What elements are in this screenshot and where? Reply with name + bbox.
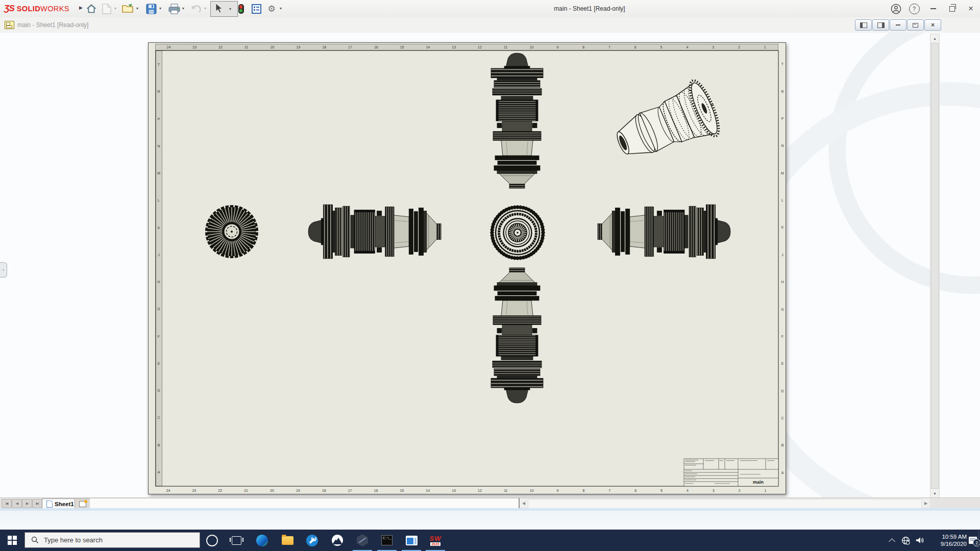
close-button[interactable]: ×: [962, 0, 980, 17]
previous-sheet-button[interactable]: ◀: [12, 499, 22, 508]
notification-center-button[interactable]: 2: [966, 530, 979, 551]
add-sheet-icon: [79, 501, 86, 507]
network-button[interactable]: [898, 530, 913, 551]
drawing-view-bottom[interactable]: [491, 268, 543, 403]
settings-dropdown-icon[interactable]: ▾: [278, 6, 283, 11]
notification-icon: 2: [969, 537, 977, 544]
edge-button[interactable]: [251, 530, 273, 551]
hexagon-app-icon: [357, 534, 368, 546]
new-document-dropdown-icon[interactable]: ▾: [113, 6, 118, 11]
tab-sheet1[interactable]: Sheet1: [42, 498, 79, 509]
chevron-up-icon: [889, 538, 895, 545]
pane-left-icon: [860, 22, 867, 28]
network-globe-icon: [901, 536, 910, 545]
save-button[interactable]: [144, 2, 158, 15]
settings-button[interactable]: ⚙: [265, 2, 278, 15]
first-sheet-button[interactable]: |◀: [2, 499, 12, 508]
doc-close-button[interactable]: ×: [924, 19, 941, 31]
settings-tool-button[interactable]: [301, 530, 323, 551]
scroll-up-icon[interactable]: ▲: [930, 34, 939, 42]
vertical-scrollbar[interactable]: ▲ ▼: [930, 34, 940, 497]
app-titlebar: ƷS SOLIDWORKS ▶ ▾ ▾ ▾ ▾ ▾ ▾ ⚙ ▾ main - S…: [0, 0, 980, 18]
doc-restore-button[interactable]: [907, 19, 924, 31]
vertical-scrollbar-thumb[interactable]: [931, 43, 939, 489]
select-dropdown-icon[interactable]: ▾: [228, 7, 233, 11]
select-tool-button[interactable]: [212, 2, 226, 15]
task-view-icon: [232, 536, 241, 545]
app-window-button[interactable]: [400, 530, 423, 551]
solidworks-taskbar-button[interactable]: SW2020: [424, 530, 447, 551]
restore-icon: [949, 6, 955, 12]
print-dropdown-icon[interactable]: ▾: [181, 6, 186, 11]
interference-check-button[interactable]: [234, 2, 248, 15]
file-explorer-button[interactable]: [276, 530, 299, 551]
minimize-button[interactable]: [924, 0, 942, 17]
flyout-arrow-icon: ›: [3, 267, 4, 272]
account-button[interactable]: [887, 0, 905, 17]
add-sheet-button[interactable]: [75, 498, 90, 509]
horizontal-scrollbar[interactable]: [528, 499, 922, 509]
scroll-left-icon[interactable]: ◀: [520, 499, 528, 508]
doc-pane-left-button[interactable]: [855, 19, 872, 31]
windows-taskbar: Type here to search C:\_ SW2020 10:59 AM…: [0, 530, 980, 551]
gear-icon: ⚙: [267, 4, 275, 14]
home-button[interactable]: [85, 2, 98, 15]
open-dropdown-icon[interactable]: ▾: [135, 6, 140, 11]
command-prompt-button[interactable]: C:\_: [376, 530, 398, 551]
document-title: main - Sheet1 [Read-only]: [17, 17, 88, 33]
clock-date: 9/16/2020: [941, 540, 967, 547]
print-button[interactable]: [167, 2, 181, 15]
open-button[interactable]: [121, 2, 135, 15]
cursor-arrow-icon: [215, 3, 224, 13]
next-sheet-button[interactable]: ▶: [22, 499, 32, 508]
drawing-view-front-rings[interactable]: [490, 205, 545, 260]
cortana-icon: [206, 535, 218, 546]
doc-minimize-icon: [896, 24, 900, 26]
task-view-button[interactable]: [225, 530, 248, 551]
doc-pane-right-button[interactable]: [872, 19, 889, 31]
properties-form-button[interactable]: [250, 2, 263, 15]
app-hexagon-button[interactable]: [351, 530, 374, 551]
form-list-icon: [252, 4, 261, 14]
help-button[interactable]: ?: [905, 0, 923, 17]
volume-button[interactable]: [913, 530, 927, 551]
drawing-view-isometric[interactable]: [608, 77, 724, 172]
taskbar-clock[interactable]: 10:59 AM 9/16/2020: [926, 530, 967, 551]
save-dropdown-icon[interactable]: ▾: [158, 6, 163, 11]
drawing-view-right-side[interactable]: [598, 205, 730, 259]
cortana-button[interactable]: [201, 530, 223, 551]
feature-panel-flyout-tab[interactable]: ›: [0, 262, 7, 278]
scroll-right-icon[interactable]: ▶: [922, 499, 930, 508]
file-explorer-icon: [282, 536, 293, 545]
photos-button[interactable]: [326, 530, 349, 551]
scroll-down-icon[interactable]: ▼: [930, 489, 939, 497]
doc-minimize-button[interactable]: [890, 19, 906, 31]
drawing-view-top[interactable]: [491, 53, 543, 188]
search-placeholder: Type here to search: [44, 536, 103, 544]
help-icon: ?: [909, 4, 920, 14]
wrench-icon: [306, 535, 318, 546]
window-title: main - Sheet1 [Read-only]: [531, 0, 648, 17]
last-sheet-button[interactable]: ▶|: [32, 499, 42, 508]
windows-logo-icon: [8, 536, 17, 545]
solidworks-2020-icon: SW2020: [430, 535, 442, 546]
edge-icon: [256, 535, 268, 546]
search-icon: [31, 536, 39, 544]
menu-expand-icon[interactable]: ▶: [79, 5, 83, 10]
solidworks-logo: ƷS SOLIDWORKS: [4, 3, 69, 14]
graphics-viewport[interactable]: 242322212019181716151413121110987654321 …: [0, 33, 980, 497]
undo-button[interactable]: [189, 2, 203, 15]
start-button[interactable]: [1, 530, 23, 551]
taskbar-search-input[interactable]: Type here to search: [24, 532, 200, 548]
photos-icon: [332, 535, 343, 546]
drawing-view-fan-front[interactable]: [204, 204, 259, 259]
drawing-view-left-side[interactable]: [308, 205, 441, 259]
sheet-tab-bar: |◀ ◀ ▶ ▶| Sheet1 ◀ ▶: [0, 497, 980, 509]
drawing-sheet[interactable]: 242322212019181716151413121110987654321 …: [148, 42, 786, 494]
new-document-button[interactable]: [100, 2, 113, 15]
restore-button[interactable]: [943, 0, 961, 17]
tray-expand-button[interactable]: [886, 530, 898, 551]
pane-right-icon: [877, 22, 885, 28]
undo-dropdown-icon[interactable]: ▾: [203, 6, 208, 11]
new-document-icon: [102, 4, 111, 14]
